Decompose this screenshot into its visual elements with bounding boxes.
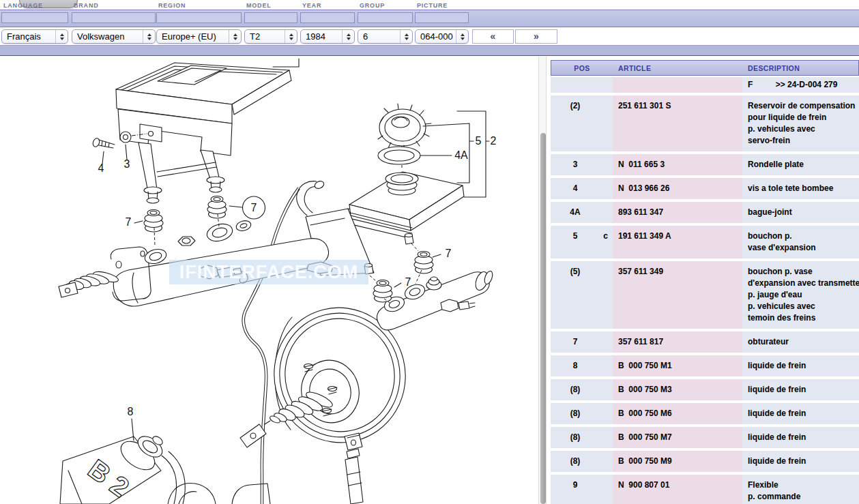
- picture-label: PICTURE: [417, 2, 448, 9]
- description-cell: Flexible p. commande: [742, 475, 859, 504]
- watermark: IFINTERFACE.COM: [169, 260, 368, 284]
- pos-cell: (5): [551, 261, 613, 329]
- pos-cell: [551, 77, 613, 93]
- table-row[interactable]: 8B 000 750 M1liquide de frein: [551, 355, 859, 376]
- brand-value: Volkswagen: [72, 31, 143, 42]
- description-cell: Rondelle plate: [742, 154, 859, 175]
- callout-7[interactable]: 7: [251, 202, 257, 213]
- table-row[interactable]: (8)B 000 750 M6liquide de frein: [551, 403, 859, 424]
- description-cell: bague-joint: [742, 202, 859, 223]
- exploded-diagram-panel: B 2: [0, 57, 538, 504]
- pos-cell: 5c: [551, 226, 613, 258]
- article-cell: B 000 750 M7: [613, 427, 742, 448]
- article-cell: 251 611 301 S: [613, 95, 742, 151]
- year-label: YEAR: [302, 2, 321, 9]
- callout-5[interactable]: 5: [476, 135, 482, 147]
- next-picture-button[interactable]: »: [515, 29, 557, 44]
- model-dropdown[interactable]: T2: [244, 29, 297, 44]
- description-cell: F >> 24-D-004 279: [742, 77, 859, 93]
- article-cell: B 000 750 M3: [613, 379, 742, 400]
- scrollbar-thumb[interactable]: [540, 133, 546, 504]
- description-cell: liquide de frein: [742, 379, 859, 400]
- table-row[interactable]: 4A893 611 347bague-joint: [551, 202, 859, 223]
- group-field[interactable]: [358, 12, 413, 23]
- model-field[interactable]: [244, 12, 297, 23]
- region-label: REGION: [158, 2, 186, 9]
- region-value: Europe+ (EU): [157, 31, 229, 42]
- pos-cell: (2): [551, 95, 613, 151]
- stepper-arrows-icon: [456, 30, 468, 43]
- model-label: MODEL: [246, 2, 272, 9]
- article-cell: N 900 807 01: [613, 475, 742, 504]
- table-row[interactable]: (5)357 611 349bouchon p. vase d'expansio…: [551, 261, 859, 329]
- callout-3[interactable]: 3: [124, 158, 130, 170]
- article-cell: B 000 750 M6: [613, 403, 742, 424]
- year-field[interactable]: [300, 12, 355, 23]
- description-cell: bouchon p. vase d'expansion avec transme…: [742, 261, 859, 329]
- pos-cell: (8): [551, 427, 613, 448]
- language-dropdown[interactable]: Français: [1, 29, 68, 44]
- table-row[interactable]: 9N 900 807 01Flexible p. commande: [551, 475, 859, 504]
- table-row[interactable]: F >> 24-D-004 279: [551, 77, 859, 93]
- table-row[interactable]: (8)B 000 750 M3liquide de frein: [551, 379, 859, 400]
- header-pos: POS: [551, 61, 613, 75]
- model-value: T2: [245, 31, 285, 42]
- callout-7[interactable]: 7: [126, 216, 132, 228]
- table-row[interactable]: (2)251 611 301 SReservoir de compensatio…: [551, 95, 859, 151]
- pos-cell: (8): [551, 403, 613, 424]
- callout-2[interactable]: 2: [491, 135, 497, 147]
- article-cell: 357 611 817: [613, 331, 742, 353]
- description-cell: bouchon p. vase d'expansion: [742, 226, 859, 258]
- table-row[interactable]: (8)B 000 750 M7liquide de frein: [551, 427, 859, 448]
- description-cell: liquide de frein: [742, 427, 859, 448]
- callout-7[interactable]: 7: [446, 248, 452, 259]
- group-dropdown[interactable]: 6: [358, 29, 413, 44]
- table-row[interactable]: 7357 611 817obturateur: [551, 331, 859, 353]
- callout-7[interactable]: 7: [405, 276, 411, 288]
- language-field[interactable]: [1, 12, 68, 23]
- brake-fluid-bottle: B 2: [60, 432, 185, 504]
- pos-cell: 3: [551, 154, 613, 175]
- year-dropdown[interactable]: 1984: [300, 29, 355, 44]
- table-header: POS ARTICLE DESCRIPTION: [551, 60, 859, 76]
- table-row[interactable]: 3N 011 665 3Rondelle plate: [551, 154, 859, 175]
- article-cell: 893 611 347: [613, 202, 742, 223]
- pos-cell: (8): [551, 451, 613, 472]
- callout-4[interactable]: 4: [98, 162, 104, 174]
- picture-dropdown[interactable]: 064-000: [415, 29, 469, 44]
- description-cell: liquide de frein: [742, 451, 859, 472]
- stepper-arrows-icon: [229, 30, 241, 43]
- table-row[interactable]: 4N 013 966 26vis a tole tete bombee: [551, 178, 859, 199]
- description-cell: liquide de frein: [742, 403, 859, 424]
- description-cell: Reservoir de compensation pour liquide d…: [742, 95, 859, 151]
- article-cell: N 011 665 3: [613, 154, 742, 175]
- reservoir-tank: [116, 59, 299, 203]
- picture-field[interactable]: [415, 12, 469, 23]
- pos-cell: 7: [551, 331, 613, 353]
- pos-cell: 8: [551, 355, 613, 376]
- stepper-arrows-icon: [342, 30, 354, 43]
- group-value: 6: [358, 31, 400, 42]
- callout-8[interactable]: 8: [128, 406, 134, 417]
- field-label-bar: [0, 45, 859, 56]
- parts-catalog-window: FrançaisVolkswagenEurope+ (EU)T219846064…: [0, 0, 859, 504]
- pos-cell: 9: [551, 475, 613, 504]
- brand-dropdown[interactable]: Volkswagen: [72, 29, 156, 44]
- brand-label: BRAND: [74, 2, 99, 9]
- vertical-scrollbar[interactable]: [538, 57, 547, 504]
- previous-picture-button[interactable]: «: [472, 29, 514, 44]
- brand-field[interactable]: [72, 12, 156, 23]
- pos-cell: 4: [551, 178, 613, 199]
- callout-4A[interactable]: 4A: [454, 149, 468, 161]
- description-cell: obturateur: [742, 331, 859, 353]
- stepper-arrows-icon: [285, 30, 297, 43]
- region-field[interactable]: [156, 12, 242, 23]
- pos-cell: (8): [551, 379, 613, 400]
- table-row[interactable]: 5c191 611 349 Abouchon p. vase d'expansi…: [551, 226, 859, 258]
- bottom-cutoff-parts: [168, 483, 270, 504]
- region-dropdown[interactable]: Europe+ (EU): [156, 29, 242, 44]
- header-article: ARTICLE: [613, 61, 742, 75]
- article-cell: 357 611 349: [613, 261, 742, 329]
- header-description: DESCRIPTION: [742, 61, 859, 75]
- table-row[interactable]: (8)B 000 750 M9liquide de frein: [551, 451, 859, 472]
